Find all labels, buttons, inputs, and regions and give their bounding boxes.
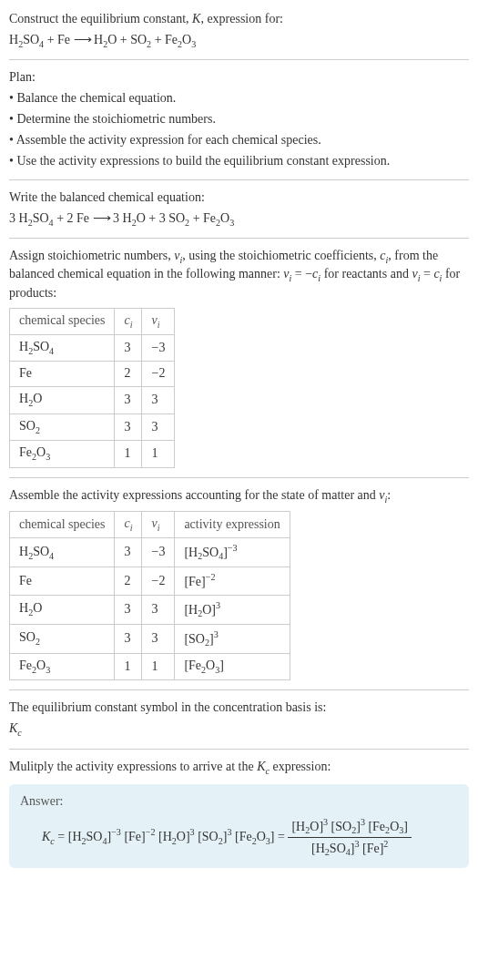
- ci-val: 3: [115, 387, 142, 413]
- ci-val: 2: [115, 567, 142, 596]
- table-row: H2O 3 3: [10, 387, 175, 413]
- ci-val: 3: [115, 335, 142, 362]
- plan-b2: • Determine the stoichiometric numbers.: [9, 111, 469, 128]
- eq-so: SO: [23, 33, 39, 46]
- activity-expr: [H2SO4]−3: [175, 538, 290, 567]
- table-row: Fe2O3 1 1 [Fe2O3]: [10, 654, 290, 680]
- plan-title: Plan:: [9, 69, 469, 87]
- assemble-text: Assemble the activity expressions accoun…: [9, 487, 469, 505]
- answer-box: Answer: Kc = [H2SO4]−3 [Fe]−2 [H2O]3 [SO…: [9, 784, 469, 868]
- activity-expr: [Fe2O3]: [175, 654, 290, 680]
- assign-eq1a: = −: [291, 267, 312, 281]
- divider-4: [9, 477, 469, 478]
- activity-expr: [H2O]3: [175, 595, 290, 624]
- intro-K: K: [192, 12, 200, 26]
- th-species: chemical species: [10, 511, 115, 537]
- species-so2: SO2: [10, 624, 115, 653]
- species-fe2o3: Fe2O3: [10, 441, 115, 467]
- th-nui: νi: [142, 511, 175, 537]
- nui-val: 3: [142, 595, 175, 624]
- eq-plus-fe: + Fe: [44, 33, 73, 46]
- table-row: SO2 3 3: [10, 413, 175, 440]
- nui-val: 1: [142, 654, 175, 680]
- nui-val: 3: [142, 413, 175, 440]
- ci-val: 3: [115, 595, 142, 624]
- plan-b1: • Balance the chemical equation.: [9, 90, 469, 107]
- assign-t2: , using the stoichiometric coefficients,: [182, 249, 380, 262]
- assign-eq1b: for reactants and: [320, 267, 412, 281]
- arrow-icon-2: ⟶: [93, 211, 110, 225]
- eq-h: H: [9, 33, 18, 46]
- bal-6: 3 H: [110, 211, 132, 225]
- th-ci2-sub: i: [130, 523, 133, 533]
- bal-10: + Fe: [189, 211, 216, 225]
- species-h2o: H2O: [10, 595, 115, 624]
- th-ci: ci: [115, 511, 142, 537]
- nui-val: −3: [142, 335, 175, 362]
- th-ci: ci: [115, 308, 142, 334]
- eq-o-so: O + SO: [107, 33, 147, 46]
- table-row: Fe 2 −2: [10, 362, 175, 387]
- bal-5: + 2 Fe: [54, 211, 93, 225]
- bal-3: SO: [33, 211, 49, 225]
- symbol-K: K: [9, 721, 17, 735]
- ci-val: 1: [115, 654, 142, 680]
- answer-fraction: [H2O]3 [SO2]3 [Fe2O3][H2SO4]3 [Fe]2: [288, 816, 412, 859]
- answer-title: Answer:: [20, 793, 458, 811]
- symbol-c: c: [17, 728, 21, 738]
- nui-val: −3: [142, 538, 175, 567]
- table-row: H2O 3 3 [H2O]3: [10, 595, 290, 624]
- assign-text: Assign stoichiometric numbers, νi, using…: [9, 248, 469, 302]
- species-fe2o3: Fe2O3: [10, 654, 115, 680]
- intro-text-a: Construct the equilibrium constant,: [9, 12, 192, 26]
- table-row: Fe2O3 1 1: [10, 441, 175, 467]
- th-nui: νi: [142, 308, 175, 334]
- divider-6: [9, 749, 469, 750]
- table-row: Fe 2 −2 [Fe]−2: [10, 567, 290, 596]
- th-nui2-sub: i: [158, 523, 160, 533]
- ci-val: 2: [115, 362, 142, 387]
- fraction-numerator: [H2O]3 [SO2]3 [Fe2O3]: [288, 816, 412, 838]
- divider-1: [9, 59, 469, 60]
- nui-val: 3: [142, 624, 175, 653]
- eq-h2: H: [91, 33, 104, 46]
- intro-line1: Construct the equilibrium constant, K, e…: [9, 11, 469, 28]
- table-row: H2SO4 3 −3: [10, 335, 175, 362]
- symbol-kc: Kc: [9, 720, 469, 739]
- activity-table: chemical species ci νi activity expressi…: [9, 511, 290, 680]
- bal-8: O + 3 SO: [137, 211, 185, 225]
- nui-val: −2: [142, 567, 175, 596]
- balanced-equation: 3 H2SO4 + 2 Fe ⟶ 3 H2O + 3 SO2 + Fe2O3: [9, 210, 469, 229]
- divider-2: [9, 179, 469, 180]
- intro-equation: H2SO4 + Fe ⟶ H2O + SO2 + Fe2O3: [9, 32, 469, 50]
- stoich-table-1: chemical species ci νi H2SO4 3 −3 Fe 2 −…: [9, 308, 175, 468]
- multiply-t2: expression:: [270, 760, 331, 773]
- intro-text-b: , expression for:: [200, 12, 283, 26]
- plan-b3: • Assemble the activity expression for e…: [9, 132, 469, 149]
- table-row: H2SO4 3 −3 [H2SO4]−3: [10, 538, 290, 567]
- arrow-icon: ⟶: [74, 33, 91, 46]
- ans-eq2: =: [275, 830, 289, 843]
- plan-b4: • Use the activity expressions to build …: [9, 153, 469, 170]
- species-h2so4: H2SO4: [10, 335, 115, 362]
- ans-K: K: [42, 830, 50, 843]
- species-so2: SO2: [10, 413, 115, 440]
- multiply-K: K: [257, 760, 265, 773]
- multiply-t1: Mulitply the activity expressions to arr…: [9, 760, 257, 773]
- ci-val: 3: [115, 624, 142, 653]
- assign-t1: Assign stoichiometric numbers,: [9, 249, 174, 262]
- th-activity: activity expression: [175, 511, 290, 537]
- assemble-t2: :: [387, 488, 391, 502]
- eq-fe: + Fe: [151, 33, 178, 46]
- species-h2so4: H2SO4: [10, 538, 115, 567]
- nui-val: 1: [142, 441, 175, 467]
- nui-val: 3: [142, 387, 175, 413]
- ci-val: 3: [115, 538, 142, 567]
- divider-3: [9, 238, 469, 239]
- eq-o: O: [182, 33, 191, 46]
- answer-equation: Kc = [H2SO4]−3 [Fe]−2 [H2O]3 [SO2]3 [Fe2…: [20, 816, 458, 859]
- eq-o3: 3: [191, 39, 196, 49]
- activity-expr: [SO2]3: [175, 624, 290, 653]
- th-nui-sub: i: [158, 319, 160, 329]
- ci-val: 1: [115, 441, 142, 467]
